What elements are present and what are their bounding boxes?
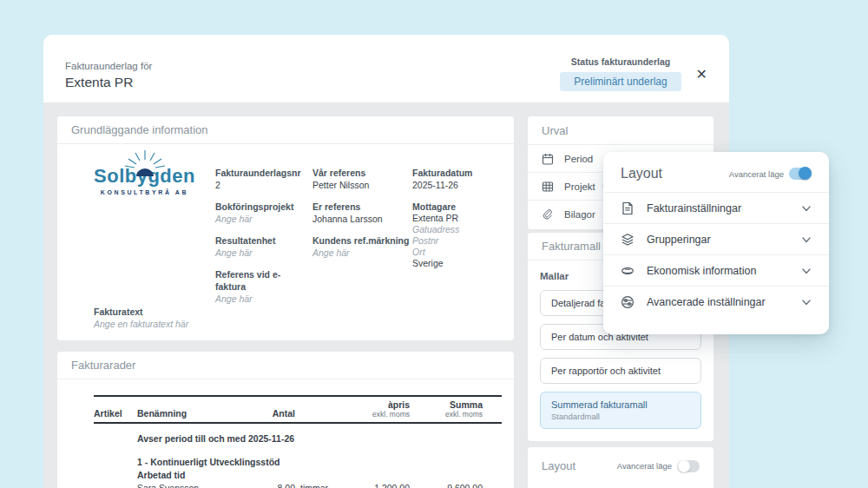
row-sum: 9 600,00 (410, 482, 502, 488)
popup-title: Layout (621, 166, 662, 181)
invoice-table: Artikel Benämning Antal àprisexkl. moms … (94, 395, 502, 488)
col-header-apris: àprisexkl. moms (340, 399, 410, 419)
popup-item-ekonomisk-information[interactable]: Ekonomisk information (603, 255, 829, 287)
modal-header: Fakturaunderlag för Extenta PR Status fa… (43, 35, 729, 102)
layout-card-title: Layout (542, 459, 575, 472)
row-unit-price: 1 200,00 (340, 482, 410, 488)
field-label: Vår referens (312, 167, 410, 179)
sidebar-item-label: Bilagor (564, 209, 595, 220)
field-label: Mottagare (412, 201, 501, 213)
field-placeholder[interactable]: Ange här (215, 293, 309, 305)
coin-icon (621, 264, 635, 278)
document-icon (621, 201, 635, 215)
invoice-rows-card: Fakturarader Artikel Benämning Antal àpr… (57, 352, 514, 488)
col-header-artikel: Artikel (94, 408, 137, 419)
table-row: Sara Svensson 8,00 timmar 1 200,00 9 600… (94, 482, 502, 488)
logo-subtitle: KONSULTBYRÅ AB (90, 189, 199, 195)
table-row: Arbetad tid (94, 469, 502, 482)
popup-header: Layout Avancerat läge (603, 152, 829, 193)
row-unit: timmar (295, 482, 340, 488)
col-header-summa: Summaexkl. moms (410, 399, 502, 419)
col-subheader: exkl. moms (340, 410, 410, 419)
chevron-down-icon (801, 234, 812, 245)
layout-popup: Layout Avancerat läge Fakturainställning… (603, 152, 829, 334)
selection-title: Urval (542, 124, 568, 137)
field-label: Bokföringsprojekt (215, 201, 309, 213)
paperclip-icon (542, 208, 554, 221)
recipient-name[interactable]: Extenta PR (412, 213, 501, 224)
template-option-per-rapportor[interactable]: Per rapportör och aktivitet (540, 358, 701, 384)
invoice-rows-header: Fakturarader (57, 352, 514, 379)
sliders-icon (621, 295, 635, 309)
advanced-mode-label: Avancerat läge (729, 169, 784, 179)
popup-item-grupperingar[interactable]: Grupperingar (603, 224, 829, 255)
popup-item-avancerade-installningar[interactable]: Avancerade inställningar (603, 287, 829, 318)
status-badge: Preliminärt underlag (560, 72, 681, 91)
field-label: Resultatenhet (215, 234, 309, 247)
invoice-text-block: Fakturatext Ange en fakturatext här (94, 306, 188, 330)
field-label: Fakturaunderlagsnr (215, 167, 309, 179)
company-logo: Solbygden KONSULTBYRÅ AB (90, 149, 199, 195)
row-name: Sara Svensson (137, 482, 243, 488)
field-value[interactable]: Petter Nilsson (312, 179, 410, 191)
row-quantity: 8,00 (243, 482, 295, 488)
table-header-row: Artikel Benämning Antal àprisexkl. moms … (94, 395, 502, 424)
advanced-mode-toggle-popup[interactable] (789, 168, 812, 180)
fields-column-2: Vår referensPetter Nilsson Er referensJo… (312, 167, 410, 268)
close-icon[interactable]: ✕ (696, 68, 707, 82)
template-card-title: Fakturamall (542, 240, 601, 253)
invoice-rows-title: Fakturarader (71, 359, 135, 372)
table-icon (542, 181, 554, 193)
field-label: Fakturadatum (412, 167, 501, 179)
advanced-mode-toggle[interactable] (677, 460, 700, 472)
table-row: 1 - Kontinuerligt Utvecklingsstöd (94, 456, 502, 469)
field-value[interactable]: Johanna Larsson (312, 213, 410, 225)
recipient-zip-placeholder[interactable]: Postnr (412, 235, 501, 247)
sun-logo-icon (121, 149, 169, 179)
chevron-down-icon (801, 266, 812, 276)
field-label: Kundens ref.märkning (312, 234, 410, 247)
layout-card: Layout Avancerat läge (528, 447, 713, 488)
basic-info-title: Grundläggande information (71, 123, 208, 136)
template-sublabel: Standardmall (551, 412, 690, 421)
table-row: Avser period till och med 2025-11-26 (94, 432, 502, 445)
invoice-basis-modal: Fakturaunderlag för Extenta PR Status fa… (43, 35, 729, 488)
col-header-benamning: Benämning (137, 408, 243, 419)
recipient-address-placeholder[interactable]: Gatuadress (412, 224, 501, 235)
field-label: Er referens (312, 201, 410, 213)
status-block: Status fakturaunderlag Preliminärt under… (560, 56, 681, 91)
popup-item-fakturainstallningar[interactable]: Fakturainställningar (603, 193, 829, 224)
chevron-down-icon (801, 203, 812, 214)
field-placeholder[interactable]: Ange här (215, 247, 309, 259)
sidebar-item-label: Period (564, 154, 593, 164)
layers-icon (621, 233, 635, 247)
fields-column-1: Fakturaunderlagsnr2 BokföringsprojektAng… (215, 167, 309, 314)
col-header-antal: Antal (243, 408, 295, 419)
advanced-mode-label: Avancerat läge (617, 461, 672, 471)
fields-column-3: Fakturadatum2025-11-26 Mottagare Extenta… (412, 167, 501, 279)
template-option-summerad[interactable]: Summerad fakturamall Standardmall (540, 392, 701, 429)
calendar-icon (542, 153, 554, 165)
col-subheader: exkl. moms (410, 410, 483, 419)
field-label: Referens vid e-faktura (215, 268, 309, 293)
basic-info-header: Grundläggande information (57, 116, 514, 144)
field-value[interactable]: 2025-11-26 (412, 179, 501, 191)
field-placeholder[interactable]: Ange här (312, 247, 410, 259)
field-placeholder[interactable]: Ange här (215, 213, 309, 225)
selection-header: Urval (528, 116, 713, 144)
sidebar-item-label: Projekt (564, 181, 595, 192)
page-title: Extenta PR (65, 75, 133, 90)
field-label: Fakturatext (94, 306, 188, 318)
status-label: Status fakturaunderlag (560, 56, 681, 67)
chevron-down-icon (801, 297, 812, 307)
field-value[interactable]: 2 (215, 179, 309, 191)
recipient-city-placeholder[interactable]: Ort (412, 247, 501, 258)
invoice-text-placeholder[interactable]: Ange en fakturatext här (94, 318, 188, 330)
modal-eyebrow: Fakturaunderlag för (65, 61, 152, 71)
recipient-block: Mottagare Extenta PR Gatuadress Postnr O… (412, 201, 501, 269)
basic-info-card: Grundläggande information Solbygden KONS… (57, 116, 514, 340)
recipient-country[interactable]: Sverige (412, 258, 501, 269)
